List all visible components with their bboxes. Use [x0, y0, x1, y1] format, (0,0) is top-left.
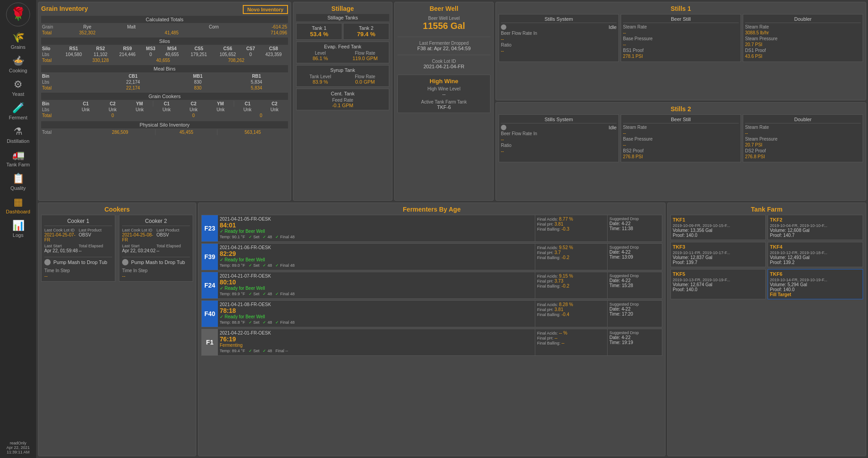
stills2-idle-indicator [501, 125, 506, 130]
tank-farm-tank[interactable]: TKF6 2019-10-14-FR, 2019-10-19-F... Volu… [768, 269, 863, 299]
sidebar-item-logs[interactable]: 📊 Logs [0, 217, 36, 241]
fermenter-row[interactable]: F40 2021-04-21-08-FR-OESK 78:18 ✓ Ready … [201, 300, 662, 327]
tank1-value: 53.4 % [298, 31, 340, 38]
quality-icon: 📋 [12, 173, 24, 184]
cooker1-time-step-row: Time In Step -- [44, 268, 112, 279]
fermenter-row[interactable]: F23 2021-04-21-05-FR-OESK 84:01 ✓ Ready … [201, 215, 662, 242]
tank1-label: Tank 1 [298, 25, 340, 31]
sidebar-item-ferment[interactable]: 🧪 Ferment [0, 99, 36, 123]
stills1-system-title: Stills System [501, 16, 617, 23]
stillage-title: Stillage [296, 5, 389, 12]
cooker2-info-row2: Last Start Apr 22, 03:24:02 Total Elapse… [122, 244, 190, 253]
fermenter-list[interactable]: F23 2021-04-21-05-FR-OESK 84:01 ✓ Ready … [201, 215, 662, 449]
stillage-tank2: Tank 2 79.4 % [343, 23, 389, 40]
beer-well-level-label: Beer Well Level [397, 16, 491, 21]
tf-tank-header: TKF6 [770, 271, 861, 277]
beer-well-title: Beer Well [397, 5, 491, 12]
tank-level-label: Tank Level [298, 74, 342, 79]
fermenters-title: Fermenters By Age [201, 206, 662, 213]
stills1-panel: Stills 1 Stills System Idle Beer Flow Ra… [495, 2, 866, 100]
flow-rate-value: 119.0 GPM [343, 56, 387, 61]
sidebar-item-yeast[interactable]: ⚙ Yeast [0, 76, 36, 99]
ferm-time: 76:19 [220, 335, 533, 343]
cooker2-ts-label: Time In Step [122, 268, 190, 273]
tf-volume: Volume: 5,294 Gal [770, 282, 861, 287]
stills1-beer-still-title: Beer Still [623, 16, 739, 23]
fermenter-dropped-label: Last Fermenter Dropped [397, 41, 491, 46]
cooker1-info-row2: Last Start Apr 22, 01:59:48 Total Elapse… [44, 244, 112, 253]
high-wine-level-label: High Wine Level [401, 86, 487, 91]
sidebar-item-grains[interactable]: 🌾 Grains [0, 29, 36, 52]
tf-proof: Proof: 139.2 [770, 260, 861, 265]
cooker2-ts-value: -- [122, 273, 190, 279]
cooker1-ts-value: -- [44, 273, 112, 279]
tank-farm-tank[interactable]: TKF2 2019-10-04-FR, 2019-10-10-F... Volu… [768, 215, 863, 240]
ferm-id: F40 [202, 301, 218, 327]
cooker2-elapsed-label: Total Elapsed [156, 244, 190, 248]
stills1-title: Stills 1 [499, 5, 863, 12]
silos-header: Silos [41, 38, 288, 45]
sidebar-item-dashboard[interactable]: ▦ Dashboard [0, 194, 36, 217]
cooker1-lot-label: Last Cook Lot ID [44, 228, 78, 232]
fermenter-row[interactable]: F1 2021-04-22-01-FR-OESK 76:19 Fermentin… [201, 329, 662, 356]
tank-farm-tank[interactable]: TKF5 2019-10-13-FR, 2019-10-19-F... Volu… [670, 269, 766, 299]
stills2-beer-flow-label-row: Beer Flow Rate In [501, 131, 617, 136]
stills2-panel: Stills 2 Stills System Idle Beer Flow Ra… [495, 102, 866, 201]
sidebar-item-label: Grains [11, 44, 25, 50]
sidebar-item-distillation[interactable]: ⚗ Distillation [0, 123, 36, 146]
fermenter-dropped-value: F38 at: Apr 22, 04:54:59 [397, 46, 491, 51]
tank-farm-tank[interactable]: TKF1 2019-10-09-FR, 2019-10-15-F... Volu… [670, 215, 766, 240]
ferm-time: 82:29 [220, 250, 533, 257]
ferm-drop: Suggested Drop Date: 4-22 Time: 17:20 [608, 301, 662, 327]
distillation-icon: ⚗ [14, 126, 23, 137]
ferm-id: F23 [202, 215, 218, 241]
active-tank-value: TKF-6 [401, 104, 487, 110]
ferm-temp-row: Temp: 90.1 °F ✓ Set ✓ 48 ✓ Final 48 [220, 235, 533, 239]
ferm-temp-row: Temp: 89.9 °F ✓ Set ✓ 48 ✓ Final 48 [220, 292, 533, 296]
stills2-bs2-proof-label: BS2 Proof [623, 148, 739, 153]
cooker1-lot-cell: Last Cook Lot ID 2021-04-25-07-FR [44, 228, 78, 242]
tf-proof: Proof: 140.0 [673, 287, 764, 292]
syrup-data: Tank Level 83.9 % Flow Rate 0.0 GPM [298, 74, 387, 85]
grain-inventory-panel: Grain Inventory Novo Inventory Calculate… [38, 2, 291, 201]
sidebar-item-cooking[interactable]: 🍲 Cooking [0, 52, 36, 76]
cooker1-elapsed-cell: Total Elapsed -- [79, 244, 112, 253]
feed-rate-label: Feed Rate [298, 98, 387, 103]
tank-farm-tank[interactable]: TKF4 2019-10-12-FR, 2019-10-18-F... Volu… [768, 242, 863, 267]
novo-inventory-button[interactable]: Novo Inventory [243, 5, 288, 14]
cooker2-start-label: Last Start [122, 244, 156, 248]
stills1-steam-pressure-value: 20.7 PSI [745, 42, 861, 47]
fermenter-row[interactable]: F24 2021-04-21-07-FR-OESK 80:10 ✓ Ready … [201, 272, 662, 299]
stills2-ratio-value-row: -- [501, 149, 617, 154]
stills2-beer-still-col: Beer Still Steam Rate -- Base Pressure -… [621, 114, 741, 162]
tf-volume: Volume: 12,493 Gal [770, 255, 861, 260]
fermenter-row[interactable]: F39 2021-04-21-06-FR-OESK 82:29 ✓ Ready … [201, 243, 662, 270]
tank2-value: 79.4 % [345, 31, 387, 38]
stills1-bs1-proof-value: 278.1 PSI [623, 54, 739, 59]
cooker2-info-row1: Last Cook Lot ID 2021-04-25-08-FR Last P… [122, 228, 190, 242]
tf-volume: Volume: 12,608 Gal [770, 228, 861, 233]
sidebar-item-label: Quality [10, 185, 26, 191]
cooker2-lot-cell: Last Cook Lot ID 2021-04-25-08-FR [122, 228, 156, 242]
cooker2-elapsed-value: -- [156, 248, 190, 253]
tf-fill-target: Fill Target [770, 292, 861, 297]
sidebar-item-tank-farm[interactable]: 🚛 Tank Farm [0, 146, 36, 170]
tank-level-value: 83.9 % [298, 79, 342, 85]
ratio-label: Ratio [501, 42, 511, 47]
tank-farm-tank[interactable]: TKF3 2019-10-11-FR, 2019-10-17-F... Volu… [670, 242, 766, 267]
ferm-time: 84:01 [220, 222, 533, 229]
cooker-grid: Cooker 1 Last Cook Lot ID 2021-04-25-07-… [41, 215, 193, 282]
ferm-acids: Final Acids: 9.52 % Final pH: 3.7 Final … [535, 244, 608, 270]
syrup-flow-label: Flow Rate [343, 74, 387, 79]
stills1-base-pressure-label: Base Pressure [623, 36, 739, 41]
ferment-icon: 🧪 [12, 102, 24, 114]
ferm-temp-row: Temp: 88.8 °F ✓ Set ✓ 48 ✓ Final 48 [220, 320, 533, 325]
ferm-temp-row: Temp: 89.0 °F ✓ Set ✓ 48 ✓ Final 48 [220, 263, 533, 268]
evap-data: Level 86.1 % Flow Rate 119.0 GPM [298, 51, 387, 61]
user-status: readOnly [6, 441, 30, 445]
stills2-steam-pressure-label: Steam Pressure [745, 137, 861, 142]
sidebar-item-quality[interactable]: 📋 Quality [0, 170, 36, 194]
stills2-ds2-proof-value: 276.8 PSI [745, 154, 861, 159]
stills2-ratio-label-row: Ratio [501, 143, 617, 148]
tf-tank-name: TKF5 [673, 271, 685, 277]
